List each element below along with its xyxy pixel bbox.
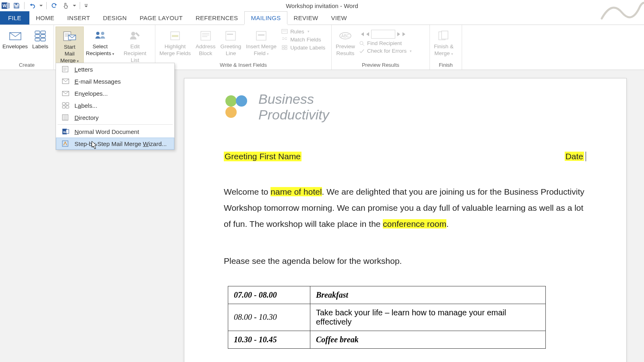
envelope-icon	[8, 29, 22, 43]
undo-icon[interactable]	[28, 1, 37, 10]
svg-point-23	[131, 32, 135, 36]
select-recipients-button[interactable]: Select Recipients▾	[84, 27, 117, 58]
svg-rect-7	[15, 4, 17, 5]
qat-customize-caret[interactable]	[83, 1, 89, 10]
tab-references[interactable]: REFERENCES	[189, 11, 245, 25]
rules-stack: Rules▾ Match Fields Update Labels	[279, 27, 328, 52]
recipients-icon	[93, 29, 107, 43]
first-record-icon	[359, 31, 365, 37]
window-title: Workshop invitation - Word	[0, 2, 644, 9]
group-create: Envelopes Labels Create	[0, 25, 54, 70]
group-label-write: Write & Insert Fields	[155, 61, 331, 70]
title-bar: W Worksh	[0, 0, 644, 11]
update-icon	[281, 44, 288, 51]
menu-item-email[interactable]: E-mail Messages	[56, 75, 174, 87]
tab-review[interactable]: REVIEW	[287, 11, 325, 25]
finish-merge-button: Finish & Merge▾	[431, 27, 456, 58]
date-placeholder[interactable]: Date	[565, 152, 584, 161]
menu-item-labels[interactable]: Labels...	[56, 99, 174, 111]
svg-rect-55	[62, 103, 65, 105]
last-record-icon	[402, 31, 407, 37]
quick-access-toolbar: W	[0, 1, 89, 10]
record-nav	[359, 27, 412, 39]
svg-rect-37	[285, 45, 287, 47]
svg-text:ABC: ABC	[341, 34, 350, 38]
svg-rect-13	[41, 35, 45, 37]
labels-icon	[33, 29, 47, 43]
decorative-scribble-icon	[600, 0, 644, 27]
match-fields-button: Match Fields	[281, 36, 325, 43]
save-icon[interactable]	[12, 1, 21, 10]
greeting-row: Greeting First Name Date	[224, 152, 586, 161]
touch-mode-icon[interactable]	[61, 1, 70, 10]
tab-file[interactable]: FILE	[0, 11, 29, 25]
svg-rect-34	[282, 29, 287, 33]
agenda-desc[interactable]: Coffee break	[310, 331, 546, 348]
envelopes-button[interactable]: Envelopes	[2, 27, 29, 51]
tab-design[interactable]: DESIGN	[97, 11, 133, 25]
svg-rect-15	[41, 38, 45, 41]
menu-item-envelopes[interactable]: Envelopes...	[56, 87, 174, 99]
directory-icon	[62, 114, 70, 121]
tab-home[interactable]: HOME	[29, 11, 61, 25]
svg-rect-11	[41, 31, 45, 34]
menu-item-letters[interactable]: LLettersetters	[56, 63, 174, 75]
agenda-desc[interactable]: Take back your life – learn how to manag…	[310, 304, 546, 331]
agenda-intro[interactable]: Please see the agenda below for the work…	[224, 253, 586, 269]
finish-merge-label: Finish & Merge▾	[434, 43, 454, 57]
envelope-small-icon	[62, 90, 70, 97]
agenda-desc[interactable]: Breakfast	[310, 286, 546, 304]
rules-icon	[281, 28, 288, 35]
greeting-placeholder[interactable]: Greeting First Name	[224, 152, 301, 161]
tab-view[interactable]: VIEW	[325, 11, 354, 25]
menu-item-wizard[interactable]: Step-by-Step Mail Merge Wizard...	[56, 138, 174, 150]
select-recipients-label: Select Recipients▾	[86, 43, 114, 57]
tab-mailings[interactable]: MAILINGS	[244, 11, 287, 25]
svg-rect-45	[442, 31, 448, 39]
group-label-finish: Finish	[430, 61, 462, 70]
labels-button[interactable]: Labels	[29, 27, 52, 51]
svg-rect-39	[285, 48, 287, 49]
redo-icon[interactable]	[50, 1, 59, 10]
tab-insert[interactable]: INSERT	[61, 11, 97, 25]
finish-icon	[437, 29, 450, 43]
svg-rect-26	[201, 31, 211, 40]
group-preview: ABC Preview Results F	[332, 25, 430, 70]
touch-mode-caret[interactable]	[72, 1, 76, 10]
svg-point-42	[360, 41, 363, 45]
svg-rect-25	[172, 35, 178, 37]
svg-point-46	[225, 95, 237, 107]
word-app-icon: W	[2, 2, 10, 10]
next-record-icon	[396, 31, 401, 37]
email-icon	[62, 78, 70, 85]
prev-record-icon	[365, 31, 370, 37]
svg-rect-30	[226, 31, 235, 40]
tab-page-layout[interactable]: PAGE LAYOUT	[133, 11, 189, 25]
menu-item-directory[interactable]: Directory	[56, 111, 174, 123]
check-errors-button: Check for Errors▾	[359, 48, 412, 54]
group-label-preview: Preview Results	[332, 61, 429, 70]
svg-point-21	[96, 32, 99, 35]
svg-point-22	[101, 32, 104, 35]
agenda-time[interactable]: 07.00 - 08.00	[228, 286, 310, 304]
table-row: 10.30 - 10.45 Coffee break	[228, 331, 546, 348]
agenda-time[interactable]: 10.30 - 10.45	[228, 331, 310, 348]
agenda-table[interactable]: 07.00 - 08.00 Breakfast 08.00 - 10.30 Ta…	[228, 286, 546, 349]
svg-rect-56	[66, 103, 69, 105]
hotel-placeholder[interactable]: name of hotel	[270, 187, 322, 196]
agenda-time[interactable]: 08.00 - 10.30	[228, 304, 310, 331]
start-mail-merge-label: Start Mail Merge▾	[58, 44, 81, 64]
text-cursor	[586, 152, 586, 161]
find-icon	[359, 41, 365, 46]
start-mail-merge-button[interactable]: Start Mail Merge▾	[56, 27, 84, 66]
intro-paragraph[interactable]: Welcome to name of hotel. We are delight…	[224, 184, 586, 232]
menu-item-normal-doc[interactable]: W Normal Word Document	[56, 125, 174, 138]
address-block-button: Address Block	[193, 27, 218, 58]
preview-icon: ABC	[339, 29, 352, 43]
mail-merge-icon	[63, 29, 76, 43]
table-row: 08.00 - 10.30 Take back your life – lear…	[228, 304, 546, 331]
conference-room-placeholder[interactable]: conference room	[383, 219, 446, 228]
document-page[interactable]: Business Productivity Greeting First Nam…	[184, 78, 627, 362]
undo-dropdown-caret[interactable]	[39, 1, 43, 10]
logo-line1: Business	[258, 91, 329, 107]
